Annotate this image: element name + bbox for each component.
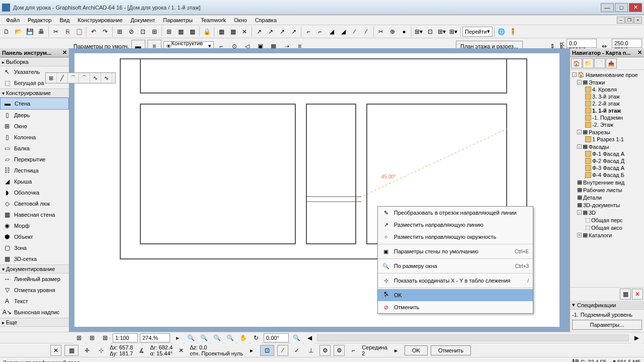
ctx-fit-window[interactable]: 🔍По размеру окнаCtrl+3 <box>378 260 533 272</box>
tool-icon[interactable]: ⊞ <box>114 26 125 37</box>
tool-icon[interactable]: ↗ <box>254 26 265 37</box>
spec-header[interactable]: ▾ Спецификации <box>570 301 644 309</box>
geom-arc-icon[interactable]: ⌒ <box>68 73 79 83</box>
tree-story[interactable]: 2. 2-й этаж <box>571 100 643 107</box>
arrow-icon[interactable]: ◀ <box>304 332 315 343</box>
zoom-icon[interactable]: ⊞ <box>87 332 98 343</box>
tree-catalogs[interactable]: + ▦ Каталоги <box>571 231 643 239</box>
delete-icon[interactable]: ✕ <box>632 289 643 300</box>
ctx-place-guidecircle[interactable]: ○Разместить направляющую окружность <box>378 231 533 243</box>
arrow-icon[interactable]: ▸ <box>390 345 401 356</box>
tool-slab[interactable]: ▱Перекрытие <box>0 154 69 165</box>
close-icon[interactable]: ✕ <box>62 49 67 56</box>
tool-icon[interactable]: ⊞ <box>164 26 175 37</box>
tree-story[interactable]: 3. 3-й этаж <box>571 93 643 100</box>
menu-options[interactable]: Параметры <box>159 16 197 24</box>
tool-icon[interactable]: ⊘ <box>126 26 137 37</box>
scale-input[interactable] <box>113 333 138 342</box>
goto-dropdown[interactable]: Перейти ▾ <box>462 27 493 37</box>
close-icon[interactable]: ✕ <box>637 49 642 56</box>
snap-icon[interactable]: ∕ <box>277 345 288 356</box>
dim2-input[interactable] <box>567 39 597 48</box>
tree-elev[interactable]: Ф-2 Фасад Д <box>571 157 643 164</box>
minimize-button[interactable]: — <box>601 3 614 12</box>
snap-icon[interactable]: ⊡ <box>260 345 274 356</box>
tree-details[interactable]: ▦ Детали <box>571 194 643 201</box>
nav-tab-view[interactable]: 📁 <box>583 58 594 68</box>
tree-elev[interactable]: Ф-4 Фасад Б <box>571 171 643 178</box>
dim4-input[interactable] <box>612 39 642 48</box>
print-icon[interactable]: 🖶 <box>36 26 47 37</box>
tree-3d-item[interactable]: ⬚ Общая аксо <box>571 224 643 231</box>
tree-story[interactable]: 4. Кровля <box>571 86 643 93</box>
arrow-icon[interactable]: ▸ <box>246 345 257 356</box>
nav-tab-publisher[interactable]: 📤 <box>606 58 617 68</box>
angle-input[interactable] <box>264 333 289 342</box>
tool-icon[interactable]: ⌐ <box>303 26 314 37</box>
menu-view[interactable]: Вид <box>55 16 73 24</box>
tool-column[interactable]: ▯Колонна <box>0 132 69 143</box>
tool-morph[interactable]: ◉Морф <box>0 220 69 231</box>
tool-beam[interactable]: ▭Балка <box>0 143 69 154</box>
redo-icon[interactable]: ↷ <box>100 26 111 37</box>
tool-icon[interactable]: ⌐ <box>314 26 326 37</box>
navigator-tree[interactable]: - 🏠 Наименование прое - ▦ Этажи 4. Кровл… <box>570 70 644 287</box>
tool-wall[interactable]: ▬Стена <box>0 98 69 110</box>
tool-level[interactable]: ▽Отметка уровня <box>0 285 69 296</box>
geom-arc-icon[interactable]: ⌒ <box>79 73 90 83</box>
zoom-icon[interactable]: ⊞ <box>100 332 111 343</box>
tool-icon[interactable]: ▦ <box>216 26 227 37</box>
group-document[interactable]: ▾ Документирование <box>0 264 69 274</box>
tool-icon[interactable]: ⊞▾ <box>413 26 424 37</box>
tool-icon[interactable]: ∕ <box>349 26 360 37</box>
ctx-show-xy[interactable]: ⊹Показать координаты X - Y в табло слеже… <box>378 275 533 287</box>
tool-door[interactable]: ▯Дверь <box>0 110 69 121</box>
cut-icon[interactable]: ✂ <box>50 26 61 37</box>
group-more[interactable]: ▸ Еще <box>0 318 69 327</box>
close-icon[interactable]: ✕ <box>50 345 61 356</box>
tree-story[interactable]: -1. Подземн <box>571 114 643 121</box>
tool-text[interactable]: AТекст <box>0 296 69 307</box>
tree-3d-item[interactable]: ⬚ Общая перс <box>571 216 643 224</box>
arrow-icon[interactable]: ▸ <box>172 332 183 343</box>
tool-icon[interactable]: ⊕ <box>387 26 398 37</box>
tool-icon[interactable]: ● <box>398 26 410 37</box>
tool-icon[interactable]: ↗ <box>265 26 276 37</box>
tree-section[interactable]: 1 Разрез 1-1 <box>571 136 643 143</box>
zoom-icon[interactable]: 🔍 <box>291 332 302 343</box>
tool-icon[interactable]: ✕ <box>239 26 250 37</box>
cancel-button[interactable]: Отменить <box>431 345 471 355</box>
tool-object[interactable]: ⬢Объект <box>0 231 69 242</box>
tree-elevations[interactable]: - ▦ Фасады <box>571 143 643 150</box>
tool-icon[interactable]: ▦ <box>175 26 186 37</box>
tool-icon[interactable]: ↗ <box>277 26 288 37</box>
tool-icon[interactable]: ∕ <box>361 26 372 37</box>
ctx-cancel[interactable]: ⊘Отменить <box>378 301 533 313</box>
menu-document[interactable]: Документ <box>127 16 159 24</box>
menu-help[interactable]: Справка <box>251 16 281 24</box>
mdi-close[interactable]: × <box>634 17 642 24</box>
ctx-ok[interactable]: ✔OK <box>378 289 533 301</box>
zoom-icon[interactable]: 🔍 <box>224 332 235 343</box>
grid-icon[interactable]: ▦ <box>64 345 78 356</box>
group-selection[interactable]: ▸ Выборка <box>0 57 69 66</box>
tree-elev[interactable]: Ф-1 Фасад А <box>571 150 643 157</box>
scrollbar[interactable] <box>317 334 629 341</box>
person-icon[interactable]: 🧍 <box>508 26 519 37</box>
tool-icon[interactable]: ⊞▾ <box>436 26 447 37</box>
mdi-restore[interactable]: ❐ <box>625 17 633 24</box>
ok-button[interactable]: OK <box>405 345 428 355</box>
zoom-input[interactable] <box>140 333 170 342</box>
tree-sections[interactable]: - ▦ Разрезы <box>571 128 643 136</box>
tool-stair[interactable]: ☷Лестница <box>0 165 69 176</box>
copy-icon[interactable]: ⎘ <box>62 26 73 37</box>
tree-interior[interactable]: ▦ Внутренние вид <box>571 178 643 186</box>
zoom-icon[interactable]: 🔍 <box>185 332 196 343</box>
tool-icon[interactable]: ◢ <box>326 26 337 37</box>
tool-icon[interactable]: ◢ <box>338 26 349 37</box>
tool-lindim[interactable]: ↔Линейный размер <box>0 274 69 285</box>
mdi-minimize[interactable]: – <box>617 17 625 24</box>
tool-icon[interactable]: ⊡ <box>425 26 436 37</box>
rotate-icon[interactable]: ↻ <box>251 332 262 343</box>
undo-icon[interactable]: ↶ <box>88 26 99 37</box>
